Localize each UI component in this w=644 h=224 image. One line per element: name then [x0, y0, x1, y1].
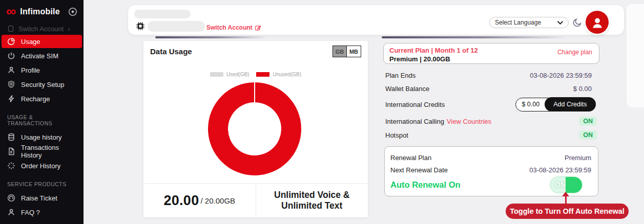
sidebar-item-label: Transactions History — [21, 144, 76, 159]
sidebar-item-raise-ticket[interactable]: Raise Ticket — [2, 191, 82, 205]
renewal-box: Renewal Plan Premium Next Renewal Date 0… — [384, 146, 598, 196]
legend-label: Unused(GB) — [273, 72, 301, 77]
tab-indicator-right — [382, 36, 566, 38]
international-credits-label: International Credits — [385, 101, 445, 108]
redacted-name-placeholder — [134, 10, 191, 18]
right-edge-panel — [627, 4, 644, 107]
redacted-number-placeholder — [148, 21, 205, 32]
sidebar-item-transactions-history[interactable]: Transactions History — [2, 145, 82, 158]
power-icon — [7, 52, 15, 60]
current-plan-subtitle: Premium | 20.00GB — [389, 55, 450, 63]
sidebar-item-switch-account[interactable]: Switch Account › — [0, 24, 84, 34]
benefit-line: Unlimited Voice & — [274, 190, 349, 200]
unit-toggle: GB MB — [333, 46, 361, 57]
security-shield-icon — [7, 80, 15, 88]
burst-icon — [7, 162, 15, 170]
dark-mode-moon-icon[interactable] — [573, 18, 582, 27]
person-icon — [7, 66, 15, 74]
donut-used-slice — [254, 82, 255, 103]
auto-renewal-toggle[interactable]: ON — [550, 176, 583, 193]
change-plan-link[interactable]: Change plan — [557, 49, 592, 56]
credits-input-group: $ 0.00 Add Credits — [515, 98, 595, 111]
credits-amount-input[interactable]: $ 0.00 — [516, 101, 545, 108]
add-credits-button[interactable]: Add Credits — [545, 97, 595, 111]
person-icon — [7, 208, 15, 216]
data-usage-title: Data Usage — [150, 47, 192, 56]
sidebar-section-usage-transactions: USAGE & TRANSACTIONS — [0, 114, 84, 126]
wallet-balance-row: Wallet Balance $ 0.00 — [385, 84, 592, 93]
profile-avatar[interactable] — [586, 11, 609, 34]
tab-indicator-left — [155, 36, 266, 38]
current-plan-title: Current Plan | Month 1 of 12 — [389, 47, 478, 54]
sidebar-item-activate-sim[interactable]: Activate SIM — [2, 49, 82, 62]
sidebar-item-label: Switch Account — [18, 25, 64, 33]
avatar-person-icon — [590, 15, 605, 30]
plan-ends-row: Plan Ends 03-08-2026 23:59:59 — [385, 71, 592, 79]
unit-mb-button[interactable]: MB — [347, 46, 361, 57]
chevron-down-icon — [557, 21, 563, 25]
database-icon — [7, 133, 15, 141]
auto-renewal-row: Auto Renewal On ON — [390, 175, 591, 194]
hotspot-row: Hotspot ON — [385, 130, 597, 140]
international-calling-status-badge: ON — [579, 117, 597, 126]
sim-chip-icon — [136, 22, 144, 30]
sidebar-item-label: Order History — [21, 162, 60, 170]
legend-item-unused: Unused(GB) — [256, 72, 301, 77]
benefits-cell: Unlimited Voice & Unlimited Text — [256, 184, 368, 217]
auto-renewal-tooltip: Toggle to Turn Off Auto Renewal — [506, 204, 629, 219]
lightning-icon — [7, 95, 15, 103]
sidebar: ∞ Infimobile Switch Account › Usage Acti… — [0, 0, 84, 224]
data-used-value: 20.00 — [163, 193, 199, 209]
toggle-knob — [566, 176, 583, 193]
unit-gb-button[interactable]: GB — [333, 46, 347, 57]
switch-account-link[interactable]: Switch Account — [206, 24, 261, 31]
data-summary-cell: 20.00 / 20.00GB — [143, 184, 256, 217]
international-calling-row: International Calling View Countries ON — [385, 117, 597, 126]
tooltip-arrow-stem — [565, 195, 567, 204]
legend-swatch-used — [210, 72, 223, 77]
sidebar-item-label: Security Setup — [21, 81, 65, 88]
infinity-logo-icon: ∞ — [6, 6, 16, 17]
usage-summary-footer: 20.00 / 20.00GB Unlimited Voice & Unlimi… — [143, 183, 368, 217]
sidebar-collapse-icon[interactable] — [68, 7, 77, 16]
top-header: Switch Account Select Language — [128, 5, 624, 35]
sidebar-item-order-history[interactable]: Order History — [2, 159, 82, 172]
sidebar-section-service-products: SERVICE PRODUCTS — [0, 181, 84, 187]
benefit-line: Unlimited Text — [281, 200, 342, 211]
data-usage-card: Data Usage GB MB Used(GB) Unused(GB) 20.… — [143, 41, 368, 217]
plan-ends-value: 03-08-2026 23:59:59 — [530, 72, 592, 79]
sidebar-item-label: Profile — [21, 66, 40, 74]
language-select[interactable]: Select Language — [489, 17, 569, 28]
sidebar-item-usage-history[interactable]: Usage history — [2, 130, 82, 144]
next-renewal-date-label: Next Renewal Date — [390, 166, 448, 174]
edit-icon — [255, 25, 261, 31]
sidebar-item-recharge[interactable]: Recharge — [2, 92, 82, 105]
sidebar-item-label: Activate SIM — [21, 52, 58, 60]
plan-panel: Current Plan | Month 1 of 12 Premium | 2… — [383, 41, 599, 217]
plan-ends-label: Plan Ends — [385, 72, 416, 79]
language-select-value: Select Language — [495, 19, 541, 26]
auto-renewal-label: Auto Renewal On — [390, 180, 461, 190]
sidebar-item-profile[interactable]: Profile — [2, 63, 82, 77]
chevron-right-icon: › — [68, 25, 70, 33]
renewal-plan-row: Renewal Plan Premium — [390, 153, 591, 162]
current-plan-box: Current Plan | Month 1 of 12 Premium | 2… — [383, 43, 599, 64]
sidebar-item-label: Usage history — [21, 133, 61, 141]
hotspot-label: Hotspot — [385, 131, 408, 139]
hotspot-status-badge: ON — [579, 130, 597, 140]
data-total-value: / 20.00GB — [201, 196, 236, 205]
sidebar-item-security-setup[interactable]: Security Setup — [2, 78, 82, 91]
chart-legend: Used(GB) Unused(GB) — [143, 72, 368, 77]
toggle-on-text: ON — [555, 181, 566, 189]
brand-name: Infimobile — [20, 7, 68, 16]
sidebar-item-usage[interactable]: Usage — [2, 35, 82, 48]
sidebar-item-faq[interactable]: FAQ ? — [2, 206, 82, 219]
legend-item-used: Used(GB) — [210, 72, 249, 77]
next-renewal-date-row: Next Renewal Date 03-08-2026 23:59:59 — [390, 166, 591, 174]
view-countries-link[interactable]: View Countries — [447, 118, 491, 125]
sidebar-item-label: Raise Ticket — [21, 194, 57, 202]
legend-label: Used(GB) — [226, 72, 249, 77]
switch-account-label: Switch Account — [206, 24, 253, 31]
sim-card-icon — [7, 25, 14, 32]
sidebar-item-label: Recharge — [21, 95, 50, 103]
